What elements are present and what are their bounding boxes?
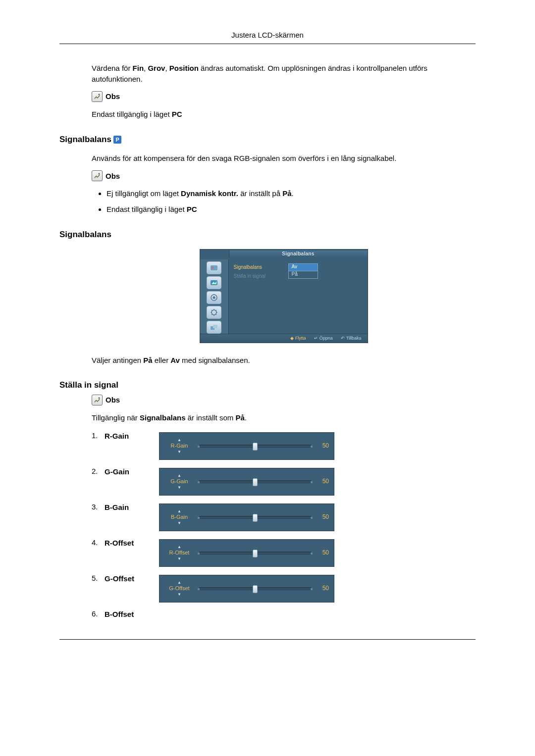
osd-dropdown[interactable]: Av På: [288, 263, 318, 278]
slider-track[interactable]: [199, 445, 311, 448]
list-item-number: 5.: [92, 573, 105, 584]
list-item: 3.B-Gain▲B-Gain▼50: [92, 502, 476, 531]
list-item-label: G-Offset: [105, 573, 159, 584]
osd-footer-move: ◆ Flytta: [290, 335, 306, 342]
signalbalans-notes-list: Ej tillgängligt om läget Dynamisk kontr.…: [92, 188, 476, 215]
slider-value: 50: [316, 584, 329, 593]
page-footer-rule: [59, 639, 476, 641]
osd-footer-open: ↵ Öppna: [314, 335, 333, 342]
return-icon: ↶: [341, 335, 345, 342]
slider-thumb[interactable]: [253, 514, 258, 522]
section-title-signalbalans-p: Signalbalans P: [59, 134, 476, 146]
arrow-up-icon[interactable]: ▲: [177, 545, 181, 549]
list-item: 6.B-Offset: [92, 608, 476, 620]
osd-slider-panel: ▲R-Offset▼50: [159, 539, 334, 567]
slider-label: G-Offset: [169, 585, 189, 593]
signalbalans-desc: Används för att kompensera för den svaga…: [92, 153, 476, 164]
arrow-down-icon[interactable]: ▼: [177, 557, 181, 561]
list-item-number: 3.: [92, 502, 105, 512]
list-item-label: B-Offset: [105, 608, 159, 620]
osd-slider-panel: ▲R-Gain▼50: [159, 432, 334, 460]
slider-label-stack: ▲G-Gain▼: [164, 474, 194, 490]
arrow-up-icon[interactable]: ▲: [177, 509, 181, 513]
osd-option-off[interactable]: Av: [288, 263, 318, 271]
note-icon: [92, 91, 103, 102]
arrow-up-icon[interactable]: ▲: [177, 474, 181, 478]
osd-slider-panel: ▲G-Gain▼50: [159, 468, 334, 496]
sidebar-icon-picture[interactable]: [207, 276, 221, 289]
note-icon: [92, 170, 103, 181]
svg-point-5: [213, 296, 215, 299]
section-title-stalla-in-signal: Ställa in signal: [59, 379, 476, 392]
arrow-up-icon[interactable]: ▲: [177, 438, 181, 442]
sidebar-icon-sound[interactable]: [207, 291, 221, 304]
slider-label: B-Gain: [171, 513, 188, 521]
section-title-signalbalans: Signalbalans: [59, 229, 476, 241]
slider-track[interactable]: [199, 516, 311, 519]
list-item-label: G-Gain: [105, 466, 159, 477]
slider-value: 50: [316, 513, 329, 521]
svg-rect-8: [213, 325, 217, 328]
arrow-up-icon[interactable]: ▲: [177, 581, 181, 585]
slider-value: 50: [316, 549, 329, 557]
slider-track[interactable]: [199, 587, 311, 590]
slider-thumb[interactable]: [253, 443, 258, 451]
sidebar-icon-setup[interactable]: [207, 306, 221, 319]
note-label: Obs: [106, 91, 120, 102]
slider-track[interactable]: [199, 552, 311, 554]
list-item: Ej tillgängligt om läget Dynamisk kontr.…: [107, 188, 476, 199]
osd-header-title: Signalbalans: [229, 251, 368, 258]
slider-label: G-Gain: [170, 478, 188, 486]
note-icon: [92, 395, 103, 405]
slider-thumb[interactable]: [253, 550, 258, 557]
list-item-number: 6.: [92, 608, 105, 619]
list-item-number: 2.: [92, 466, 105, 477]
signal-parameter-list: 1.R-Gain▲R-Gain▼502.G-Gain▲G-Gain▼503.B-…: [92, 430, 476, 620]
osd-slider-panel: ▲G-Offset▼50: [159, 575, 334, 603]
page-title: Justera LCD-skärmen: [231, 31, 304, 39]
enter-icon: ↵: [314, 335, 318, 342]
slider-label: R-Offset: [169, 549, 190, 557]
arrow-down-icon[interactable]: ▼: [177, 486, 181, 490]
list-item: 5.G-Offset▲G-Offset▼50: [92, 573, 476, 603]
osd-option-on[interactable]: På: [288, 271, 318, 279]
list-item: Endast tillgänglig i läget PC: [107, 204, 476, 215]
slider-label-stack: ▲R-Gain▼: [164, 438, 194, 454]
osd-sidebar: [200, 259, 229, 334]
list-item: 1.R-Gain▲R-Gain▼50: [92, 430, 476, 460]
intro-paragraph-2: Endast tillgänglig i läget PC: [92, 109, 476, 120]
osd-menu-signalbalans: Signalbalans Signalbalans Ställa in sign…: [200, 249, 368, 343]
note-line: Obs: [92, 395, 476, 405]
list-item-label: B-Gain: [105, 502, 159, 513]
slider-thumb[interactable]: [253, 478, 258, 486]
slider-label: R-Gain: [171, 442, 188, 450]
note-label: Obs: [106, 171, 120, 182]
osd-footer-back: ↶ Tillbaka: [341, 335, 362, 342]
list-item-number: 4.: [92, 537, 105, 548]
slider-track[interactable]: [199, 480, 311, 483]
intro-paragraph: Värdena för Fin, Grov, Position ändras a…: [92, 63, 476, 85]
list-item: 2.G-Gain▲G-Gain▼50: [92, 466, 476, 496]
arrow-down-icon[interactable]: ▼: [177, 450, 181, 454]
slider-label-stack: ▲B-Gain▼: [164, 509, 194, 525]
svg-point-1: [212, 267, 214, 269]
note-line: Obs: [92, 91, 476, 102]
slider-label-stack: ▲G-Offset▼: [164, 581, 194, 597]
stalla-in-signal-desc: Tillgänglig när Signalbalans är inställt…: [92, 412, 476, 423]
list-item: 4.R-Offset▲R-Offset▼50: [92, 537, 476, 567]
slider-value: 50: [316, 442, 329, 450]
note-line: Obs: [92, 170, 476, 181]
page-header: Justera LCD-skärmen: [59, 30, 476, 44]
sidebar-icon-input[interactable]: [207, 261, 221, 274]
slider-label-stack: ▲R-Offset▼: [164, 545, 194, 561]
list-item-number: 1.: [92, 430, 105, 441]
slider-thumb[interactable]: [253, 585, 258, 593]
arrow-down-icon[interactable]: ▼: [177, 521, 181, 525]
sidebar-icon-multi[interactable]: [207, 321, 221, 334]
list-item-label: R-Gain: [105, 430, 159, 442]
diamond-icon: ◆: [290, 335, 294, 342]
slider-value: 50: [316, 477, 329, 486]
list-item-label: R-Offset: [105, 537, 159, 549]
arrow-down-icon[interactable]: ▼: [177, 593, 181, 597]
pc-mode-badge: P: [113, 136, 121, 144]
